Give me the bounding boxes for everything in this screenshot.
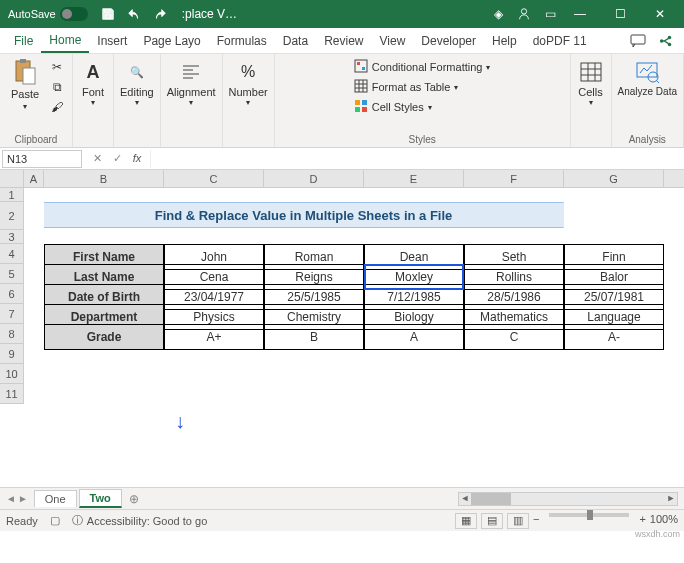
share-icon[interactable]: [654, 31, 678, 51]
col-header[interactable]: A: [24, 170, 44, 187]
sheet-nav-prev-icon[interactable]: ◄: [6, 493, 16, 504]
tab-dopdf[interactable]: doPDF 11: [525, 30, 595, 52]
row-header[interactable]: 9: [0, 344, 24, 364]
cells-dropdown[interactable]: Cells ▾: [577, 58, 605, 107]
copy-icon[interactable]: ⧉: [48, 78, 66, 96]
svg-rect-8: [355, 60, 367, 72]
svg-rect-9: [357, 62, 360, 65]
comments-icon[interactable]: [626, 31, 650, 51]
cancel-formula-icon[interactable]: ✕: [88, 152, 106, 165]
alignment-dropdown[interactable]: Alignment ▾: [167, 58, 216, 107]
col-header[interactable]: G: [564, 170, 664, 187]
add-sheet-icon[interactable]: ⊕: [124, 492, 144, 506]
table-cell-selected[interactable]: Moxley: [364, 264, 464, 290]
zoom-out-icon[interactable]: −: [533, 513, 539, 529]
maximize-button[interactable]: ☐: [600, 0, 640, 28]
row-header[interactable]: 10: [0, 364, 24, 384]
svg-rect-1: [631, 35, 645, 44]
accessibility-status[interactable]: ⓘ Accessibility: Good to go: [72, 513, 207, 528]
zoom-slider[interactable]: [549, 513, 629, 517]
tab-developer[interactable]: Developer: [413, 30, 484, 52]
title-cell[interactable]: Find & Replace Value in Multiple Sheets …: [44, 202, 564, 228]
redo-icon[interactable]: [150, 4, 170, 24]
tab-help[interactable]: Help: [484, 30, 525, 52]
tab-data[interactable]: Data: [275, 30, 316, 52]
zoom-in-icon[interactable]: +: [639, 513, 645, 529]
worksheet-grid[interactable]: A B C D E F G 1 2 Find & Replace Value i…: [0, 170, 684, 487]
number-dropdown[interactable]: % Number ▾: [229, 58, 268, 107]
col-header[interactable]: E: [364, 170, 464, 187]
scroll-right-icon[interactable]: ►: [665, 493, 677, 505]
tab-view[interactable]: View: [372, 30, 414, 52]
svg-rect-13: [362, 100, 367, 105]
col-header[interactable]: D: [264, 170, 364, 187]
chevron-down-icon: ▾: [135, 98, 139, 107]
diamond-icon[interactable]: ◈: [488, 4, 508, 24]
conditional-formatting-button[interactable]: Conditional Formatting▾: [352, 58, 493, 76]
formula-bar: N13 ✕ ✓ fx: [0, 148, 684, 170]
row-header[interactable]: 2: [0, 202, 24, 230]
group-editing: 🔍 Editing ▾: [114, 54, 161, 147]
sheet-tab-one[interactable]: One: [34, 490, 77, 507]
user-icon[interactable]: [514, 4, 534, 24]
tab-formulas[interactable]: Formulas: [209, 30, 275, 52]
undo-icon[interactable]: [124, 4, 144, 24]
editing-dropdown[interactable]: 🔍 Editing ▾: [120, 58, 154, 107]
scroll-left-icon[interactable]: ◄: [459, 493, 471, 505]
enter-formula-icon[interactable]: ✓: [108, 152, 126, 165]
scrollbar-thumb[interactable]: [471, 493, 511, 505]
font-dropdown[interactable]: A Font ▾: [79, 58, 107, 107]
cut-icon[interactable]: ✂: [48, 58, 66, 76]
row-header[interactable]: 4: [0, 244, 24, 264]
chevron-down-icon: ▾: [589, 98, 593, 107]
analyze-data-button[interactable]: Analyze Data: [618, 58, 677, 97]
fx-icon[interactable]: fx: [128, 152, 146, 165]
tab-page-layout[interactable]: Page Layo: [135, 30, 208, 52]
paste-button[interactable]: Paste ▾: [6, 58, 44, 111]
col-header[interactable]: F: [464, 170, 564, 187]
sheet-nav-next-icon[interactable]: ►: [18, 493, 28, 504]
ribbon-display-icon[interactable]: ▭: [540, 4, 560, 24]
zoom-level[interactable]: 100%: [650, 513, 678, 529]
macro-record-icon[interactable]: ▢: [50, 514, 60, 527]
cell-styles-button[interactable]: Cell Styles▾: [352, 98, 493, 116]
row-header[interactable]: 1: [0, 188, 24, 202]
horizontal-scrollbar[interactable]: ◄ ►: [458, 492, 678, 506]
view-normal-icon[interactable]: ▦: [455, 513, 477, 529]
tab-file[interactable]: File: [6, 30, 41, 52]
select-all-corner[interactable]: [0, 170, 24, 187]
col-header[interactable]: B: [44, 170, 164, 187]
tab-insert[interactable]: Insert: [89, 30, 135, 52]
autosave-toggle[interactable]: AutoSave: [8, 7, 88, 21]
name-box[interactable]: N13: [2, 150, 82, 168]
row-header[interactable]: 3: [0, 230, 24, 244]
view-page-break-icon[interactable]: ▥: [507, 513, 529, 529]
group-styles: Conditional Formatting▾ Format as Table▾…: [275, 54, 571, 147]
svg-point-3: [668, 42, 672, 46]
format-as-table-button[interactable]: Format as Table▾: [352, 78, 493, 96]
svg-point-2: [668, 35, 672, 39]
svg-rect-14: [355, 107, 360, 112]
save-icon[interactable]: [98, 4, 118, 24]
row-header[interactable]: 11: [0, 384, 24, 404]
column-headers: A B C D E F G: [0, 170, 684, 188]
close-button[interactable]: ✕: [640, 0, 680, 28]
accessibility-icon: ⓘ: [72, 513, 83, 528]
sheet-tab-two[interactable]: Two: [79, 489, 122, 508]
chevron-down-icon: ▾: [246, 98, 250, 107]
col-header[interactable]: C: [164, 170, 264, 187]
minimize-button[interactable]: —: [560, 0, 600, 28]
tab-home[interactable]: Home: [41, 29, 89, 53]
format-painter-icon[interactable]: 🖌: [48, 98, 66, 116]
row-header[interactable]: 7: [0, 304, 24, 324]
row-header[interactable]: 6: [0, 284, 24, 304]
group-alignment: Alignment ▾: [161, 54, 223, 147]
view-page-layout-icon[interactable]: ▤: [481, 513, 503, 529]
formula-input[interactable]: [150, 150, 684, 168]
row-header[interactable]: 8: [0, 324, 24, 344]
status-ready: Ready: [6, 515, 38, 527]
autosave-label: AutoSave: [8, 8, 56, 20]
row-header[interactable]: 5: [0, 264, 24, 284]
tab-review[interactable]: Review: [316, 30, 371, 52]
toggle-off-icon[interactable]: [60, 7, 88, 21]
